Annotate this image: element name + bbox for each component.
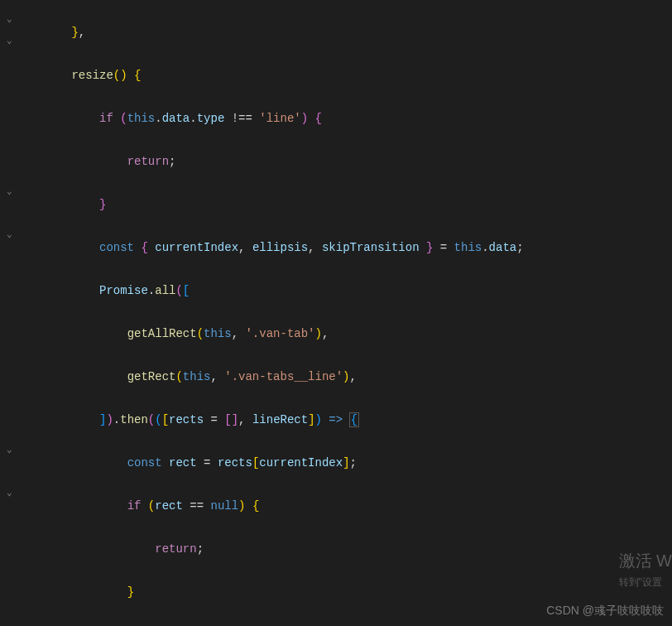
chevron-down-icon[interactable]: ⌄ bbox=[7, 8, 12, 30]
editor-gutter: ⌄ ⌄ ⌄ ⌄ ⌄ ⌄ bbox=[0, 0, 23, 626]
chevron-down-icon[interactable]: ⌄ bbox=[7, 30, 12, 51]
chevron-down-icon[interactable]: ⌄ bbox=[7, 482, 12, 503]
code-editor[interactable]: ⌄ ⌄ ⌄ ⌄ ⌄ ⌄ }, resize() { if (this.data.… bbox=[0, 0, 672, 626]
chevron-down-icon[interactable]: ⌄ bbox=[7, 224, 12, 245]
chevron-down-icon[interactable]: ⌄ bbox=[7, 439, 12, 460]
code-content[interactable]: }, resize() { if (this.data.type !== 'li… bbox=[23, 0, 672, 626]
chevron-down-icon[interactable]: ⌄ bbox=[7, 181, 12, 202]
